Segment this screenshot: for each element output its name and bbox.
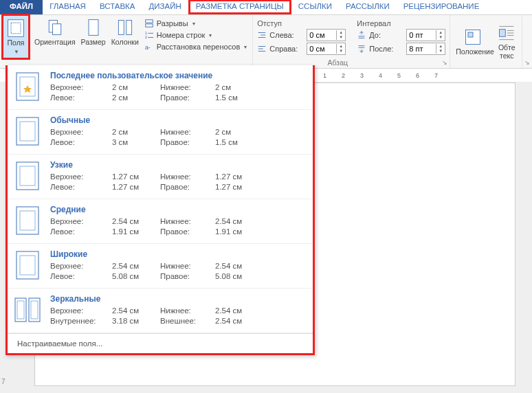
size-button[interactable]: Размер: [80, 16, 107, 48]
spacing-before-label: До:: [369, 31, 403, 39]
ribbon: Поля ▼ Ориентация Размер Колонки Разрывы…: [0, 15, 532, 69]
spacing-after-input[interactable]: ▲▼: [406, 43, 445, 55]
indent-right-input[interactable]: ▲▼: [307, 43, 346, 55]
preset-title: Узкие: [50, 160, 256, 170]
orientation-icon: [45, 18, 65, 37]
tab-insert[interactable]: ВСТАВКА: [93, 0, 142, 14]
wrap-icon: [497, 23, 516, 43]
svg-rect-25: [468, 32, 473, 37]
margins-preset-icon: [14, 115, 41, 147]
svg-rect-0: [8, 20, 24, 37]
preset-title: Обычные: [50, 115, 256, 126]
margins-preset-icon: [14, 160, 41, 192]
margins-dropdown: Последнее пользовательское значение Верх…: [5, 65, 315, 355]
columns-label: Колонки: [111, 38, 139, 47]
preset-title: Зеркальные: [50, 294, 256, 304]
margins-preset[interactable]: Средние Верхнее:2.54 смНижнее:2.54 см Ле…: [8, 199, 313, 244]
spacing-before-icon: [357, 30, 366, 40]
margins-preset-icon: [14, 205, 41, 236]
paragraph-dialog-launcher[interactable]: ↘: [442, 59, 447, 66]
indent-group: Отступ Слева: ▲▼ Справа: ▲▼: [257, 16, 346, 55]
tab-references[interactable]: ССЫЛКИ: [291, 0, 339, 14]
svg-rect-4: [89, 20, 98, 36]
page-setup-group: Поля ▼ Ориентация Размер Колонки Разрывы…: [0, 15, 253, 68]
margins-preset[interactable]: Узкие Верхнее:1.27 смНижнее:1.27 см Лево…: [8, 155, 313, 199]
svg-rect-43: [15, 298, 26, 322]
svg-rect-6: [126, 21, 131, 35]
line-numbers-button[interactable]: 12Номера строк▾: [143, 30, 214, 41]
indent-right-label: Справа:: [269, 45, 304, 53]
preset-title: Средние: [50, 205, 256, 215]
page-setup-small: Разрывы▾ 12Номера строк▾ a-Расстановка п…: [143, 16, 248, 52]
hyphenation-button[interactable]: a-Расстановка переносов▾: [143, 41, 248, 52]
spacing-group: Интервал До: ▲▼ После: ▲▼: [357, 16, 445, 55]
margins-icon: [6, 19, 25, 38]
svg-text:a-: a-: [145, 44, 151, 51]
chevron-down-icon: ▾: [192, 21, 195, 27]
tab-design[interactable]: ДИЗАЙН: [142, 0, 188, 14]
chevron-down-icon: ▾: [209, 32, 212, 38]
indent-left-input[interactable]: ▲▼: [307, 29, 346, 41]
chevron-down-icon: ▾: [244, 44, 247, 50]
size-label: Размер: [81, 38, 106, 47]
breaks-icon: [144, 19, 154, 28]
svg-rect-26: [500, 30, 506, 37]
indent-left-label: Слева:: [269, 31, 304, 39]
position-button[interactable]: Положение: [454, 26, 491, 58]
tab-review[interactable]: РЕЦЕНЗИРОВАНИЕ: [397, 0, 487, 14]
preset-title: Последнее пользовательское значение: [50, 71, 256, 81]
margins-preset-icon: [14, 249, 41, 281]
wrap-label: Обте текс: [498, 44, 516, 60]
svg-text:1: 1: [145, 31, 147, 35]
page-number-indicator: 7: [1, 378, 5, 385]
paragraph-group: Отступ Слева: ▲▼ Справа: ▲▼ Интервал До:: [253, 15, 450, 68]
spacing-after-icon: [357, 44, 366, 54]
position-icon: [463, 27, 483, 47]
paragraph-group-title: Абзац: [328, 58, 348, 67]
indent-left-icon: [257, 30, 267, 40]
breaks-button[interactable]: Разрывы▾: [143, 18, 197, 29]
margins-preset[interactable]: Широкие Верхнее:2.54 смНижнее:2.54 см Ле…: [8, 244, 313, 289]
margins-preset-icon: [14, 71, 41, 102]
columns-icon: [115, 18, 135, 37]
tab-page-layout[interactable]: РАЗМЕТКА СТРАНИЦЫ: [188, 0, 291, 14]
margins-preset[interactable]: Последнее пользовательское значение Верх…: [8, 65, 313, 110]
chevron-down-icon: ▼: [14, 49, 19, 55]
page-setup-dialog-launcher[interactable]: ↘: [524, 59, 530, 66]
svg-rect-7: [146, 20, 153, 23]
margins-preset[interactable]: Обычные Верхнее:2 смНижнее:2 см Левое:3 …: [8, 110, 313, 155]
position-label: Положение: [456, 48, 490, 56]
orientation-label: Ориентация: [34, 38, 76, 47]
spacing-before-input[interactable]: ▲▼: [406, 29, 445, 41]
orientation-button[interactable]: Ориентация: [33, 16, 77, 48]
margins-preset-icon: [14, 294, 41, 326]
svg-rect-44: [29, 298, 40, 322]
indent-right-icon: [257, 44, 267, 54]
preset-title: Широкие: [50, 249, 256, 260]
tab-home[interactable]: ГЛАВНАЯ: [43, 0, 93, 14]
ribbon-tabs: ФАЙЛ ГЛАВНАЯ ВСТАВКА ДИЗАЙН РАЗМЕТКА СТР…: [0, 0, 532, 15]
tab-file[interactable]: ФАЙЛ: [0, 0, 43, 14]
custom-margins-item[interactable]: Настраиваемые поля...: [8, 333, 313, 353]
wrap-button[interactable]: Обте текс: [496, 22, 518, 61]
indent-title: Отступ: [257, 19, 346, 27]
svg-rect-5: [118, 21, 124, 35]
margins-button[interactable]: Поля ▼: [1, 14, 30, 60]
svg-rect-3: [52, 24, 60, 35]
size-icon: [84, 18, 103, 37]
line-numbers-icon: 12: [144, 30, 154, 40]
tab-mailings[interactable]: РАССЫЛКИ: [339, 0, 397, 14]
spacing-title: Интервал: [357, 19, 445, 27]
columns-button[interactable]: Колонки: [110, 16, 140, 48]
spacing-after-label: После:: [369, 45, 403, 53]
svg-text:2: 2: [145, 35, 147, 39]
margins-preset[interactable]: Зеркальные Верхнее:2.54 смНижнее:2.54 см…: [8, 289, 313, 333]
svg-rect-8: [146, 24, 153, 27]
arrange-group: Положение Обте текс: [450, 15, 522, 68]
hyphenation-icon: a-: [144, 42, 154, 52]
margins-label: Поля: [8, 39, 25, 47]
